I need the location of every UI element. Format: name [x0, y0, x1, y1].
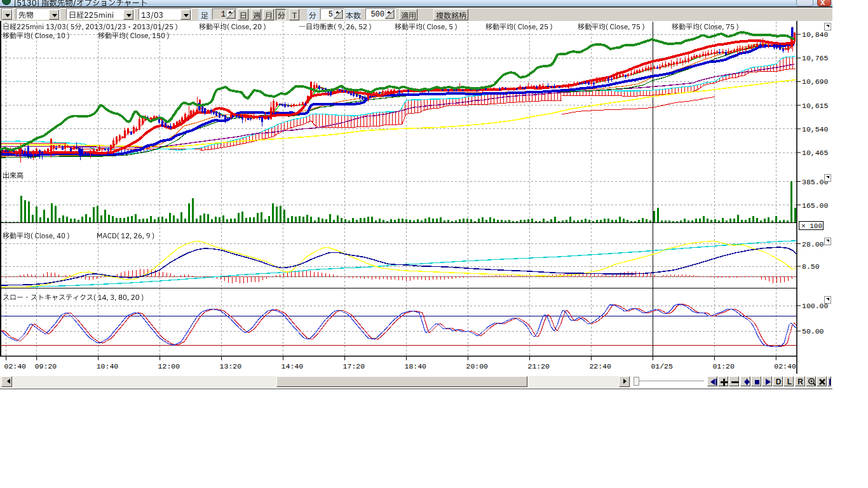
svg-text:02:40: 02:40 [4, 362, 27, 370]
svg-text:10,765: 10,765 [802, 54, 829, 62]
svg-text:10,690: 10,690 [802, 78, 829, 86]
svg-text:12:00: 12:00 [158, 362, 180, 370]
svg-text:01:20: 01:20 [712, 362, 735, 370]
svg-text:13:20: 13:20 [220, 362, 242, 370]
svg-text:14:40: 14:40 [281, 362, 304, 370]
svg-text:165.00: 165.00 [802, 201, 829, 210]
svg-text:02:40: 02:40 [774, 362, 796, 370]
svg-text:× 100: × 100 [801, 222, 822, 230]
svg-text:17:20: 17:20 [343, 362, 365, 370]
svg-text:20:00: 20:00 [466, 362, 489, 370]
svg-text:10:40: 10:40 [97, 362, 119, 370]
svg-text:10,465: 10,465 [802, 149, 829, 157]
svg-text:8.50: 8.50 [802, 262, 820, 271]
svg-text:10,540: 10,540 [802, 125, 829, 133]
svg-text:09:20: 09:20 [35, 362, 57, 370]
svg-text:21:20: 21:20 [528, 362, 550, 370]
svg-text:28.00: 28.00 [802, 240, 824, 248]
svg-text:10,840: 10,840 [802, 30, 829, 39]
svg-text:01/25: 01/25 [651, 362, 673, 370]
svg-text:50.00: 50.00 [802, 327, 824, 336]
svg-text:22:40: 22:40 [589, 362, 611, 370]
svg-text:10,615: 10,615 [802, 102, 829, 110]
svg-text:18:40: 18:40 [405, 362, 427, 370]
